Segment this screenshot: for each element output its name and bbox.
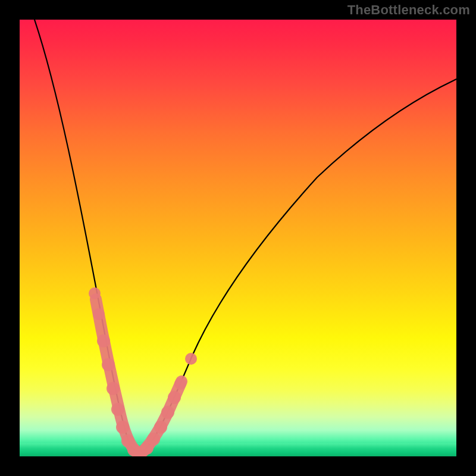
data-dot	[174, 378, 186, 390]
data-dot	[168, 391, 181, 404]
data-dot	[111, 403, 124, 416]
data-dot	[97, 334, 110, 347]
watermark-label: TheBottleneck.com	[347, 2, 470, 18]
data-dot	[161, 406, 174, 419]
data-dot	[93, 308, 105, 320]
data-dot	[89, 287, 101, 299]
data-dot	[107, 382, 120, 395]
data-dot	[147, 433, 160, 446]
bottleneck-curve-svg	[20, 20, 456, 456]
chart-frame: TheBottleneck.com	[0, 0, 476, 476]
data-dot	[185, 353, 197, 365]
main-curve-path	[35, 20, 456, 452]
data-dot	[154, 421, 167, 434]
plot-area	[20, 20, 456, 456]
data-dot	[102, 358, 115, 371]
data-dot	[116, 421, 129, 434]
